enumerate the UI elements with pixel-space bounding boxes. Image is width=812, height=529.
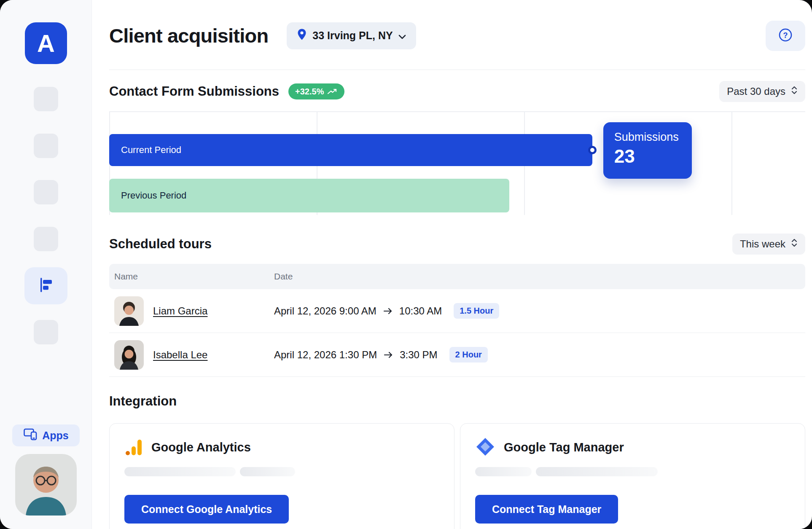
column-header-name: Name (109, 271, 274, 282)
chevrons-up-down-icon (791, 238, 798, 250)
name-cell: Isabella Lee (109, 340, 274, 370)
apps-button[interactable]: Apps (12, 424, 80, 446)
current-period-label: Current Period (121, 145, 181, 156)
tours-title: Scheduled tours (109, 236, 212, 252)
column-header-date: Date (274, 271, 805, 282)
tour-start: April 12, 2026 1:30 PM (274, 349, 377, 361)
sidebar-item-active-analytics[interactable] (24, 267, 67, 304)
app-window: A Apps (0, 0, 812, 529)
submissions-title: Contact Form Submissions (109, 84, 279, 99)
trend-value: +32.5% (295, 87, 324, 97)
integration-title: Integration (109, 394, 177, 409)
duration-badge: 2 Hour (449, 347, 488, 363)
sidebar-item-2[interactable] (34, 134, 58, 158)
gantt-chart-icon (37, 276, 55, 295)
tours-table: Name Date (109, 264, 805, 377)
trend-badge: +32.5% (288, 83, 344, 99)
avatar (114, 340, 144, 370)
connect-google-analytics-button[interactable]: Connect Google Analytics (124, 495, 289, 524)
skeleton-bar (475, 467, 532, 476)
person-link[interactable]: Liam Garcia (153, 305, 207, 317)
skeleton-row (124, 467, 439, 476)
google-tag-manager-icon (475, 437, 495, 459)
tours-section: Scheduled tours This week Name Date (109, 234, 805, 377)
sidebar: A Apps (0, 0, 92, 529)
sidebar-item-4[interactable] (34, 227, 58, 251)
table-row: Isabella Lee April 12, 2026 1:30 PM 3:30… (109, 333, 805, 377)
help-circle-icon: ? (777, 27, 793, 44)
skeleton-row (475, 467, 790, 476)
tour-end: 3:30 PM (400, 349, 437, 361)
card-title: Google Analytics (151, 440, 251, 454)
previous-period-label: Previous Period (121, 190, 186, 201)
date-cell: April 12, 2026 9:00 AM 10:30 AM 1.5 Hour (274, 303, 805, 319)
chart-tooltip: Submissions 23 (603, 122, 692, 179)
tooltip-value: 23 (614, 146, 681, 167)
submissions-range-label: Past 30 days (727, 86, 785, 97)
tooltip-anchor-dot (588, 146, 597, 154)
integration-cards: Google Analytics Connect Google Analytic… (109, 423, 805, 529)
card-title: Google Tag Manager (504, 440, 624, 454)
submissions-bar-chart: Current Period Submissions 23 Previous P… (109, 111, 805, 215)
card-header: Google Analytics (124, 437, 439, 458)
sidebar-item-5[interactable] (34, 320, 58, 344)
location-selector[interactable]: 33 Irving PL, NY (287, 22, 416, 49)
skeleton-bar (240, 467, 295, 476)
card-header: Google Tag Manager (475, 437, 790, 458)
sidebar-item-1[interactable] (34, 87, 58, 111)
user-avatar[interactable] (15, 454, 77, 516)
tour-start: April 12, 2026 9:00 AM (274, 305, 376, 317)
tooltip-label: Submissions (614, 131, 681, 144)
date-cell: April 12, 2026 1:30 PM 3:30 PM 2 Hour (274, 347, 805, 363)
table-row: Liam Garcia April 12, 2026 9:00 AM 10:30… (109, 289, 805, 333)
person-link[interactable]: Isabella Lee (153, 349, 207, 361)
svg-text:?: ? (783, 31, 788, 40)
avatar (114, 296, 144, 326)
page-header: Client acquisition 33 Irving PL, NY (109, 0, 805, 70)
name-cell: Liam Garcia (109, 296, 274, 326)
page-title: Client acquisition (109, 24, 268, 47)
submissions-range-select[interactable]: Past 30 days (719, 81, 805, 102)
app-logo[interactable]: A (25, 22, 67, 64)
chevrons-up-down-icon (791, 85, 798, 98)
help-button[interactable]: ? (766, 21, 805, 51)
trending-up-icon (328, 87, 338, 97)
main-content: Client acquisition 33 Irving PL, NY (92, 0, 812, 529)
google-analytics-icon (124, 438, 143, 458)
connect-tag-manager-button[interactable]: Connect Tag Manager (475, 495, 618, 524)
devices-icon (23, 428, 38, 443)
duration-badge: 1.5 Hour (454, 303, 499, 319)
apps-label: Apps (42, 430, 69, 442)
submissions-section: Contact Form Submissions +32.5% Past 30 … (109, 81, 805, 215)
skeleton-bar (536, 467, 658, 476)
integration-header-row: Integration (109, 394, 805, 409)
current-period-bar[interactable]: Current Period (109, 134, 592, 166)
tour-end: 10:30 AM (399, 305, 442, 317)
sidebar-item-3[interactable] (34, 180, 58, 204)
table-header-row: Name Date (109, 264, 805, 289)
tours-range-select[interactable]: This week (732, 234, 805, 255)
integration-section: Integration Google Analytics (109, 394, 805, 529)
map-pin-icon (297, 28, 307, 43)
arrow-right-icon (383, 308, 393, 314)
arrow-right-icon (384, 352, 393, 358)
tours-header-row: Scheduled tours This week (109, 234, 805, 255)
tours-range-label: This week (740, 238, 785, 250)
google-analytics-card: Google Analytics Connect Google Analytic… (109, 423, 454, 529)
previous-period-bar[interactable]: Previous Period (109, 179, 509, 212)
location-label: 33 Irving PL, NY (312, 30, 393, 42)
submissions-header-row: Contact Form Submissions +32.5% Past 30 … (109, 81, 805, 102)
google-tag-manager-card: Google Tag Manager Connect Tag Manager (460, 423, 805, 529)
chevron-down-icon (398, 30, 406, 42)
chart-gridline (731, 112, 732, 215)
skeleton-bar (124, 467, 236, 476)
